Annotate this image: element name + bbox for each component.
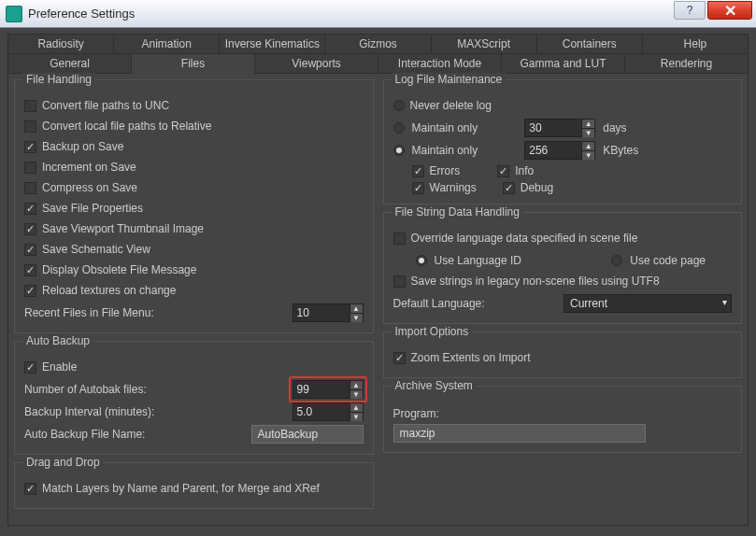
radio-never-delete[interactable] bbox=[393, 100, 405, 111]
tab-maxscript[interactable]: MAXScript bbox=[432, 34, 537, 54]
input-kb[interactable] bbox=[524, 141, 582, 160]
input-interval[interactable] bbox=[292, 402, 350, 421]
legend-log-maint: Log File Maintenance bbox=[392, 73, 506, 86]
lbl-save-utf8: Save strings in legacy non-scene files u… bbox=[411, 275, 660, 288]
lbl-debug: Debug bbox=[521, 181, 553, 194]
group-archive: Archive System Program: maxzip bbox=[383, 386, 743, 453]
tab-gamma-lut[interactable]: Gamma and LUT bbox=[502, 53, 625, 74]
group-file-handling: File Handling Convert file paths to UNC … bbox=[14, 79, 374, 333]
tab-general[interactable]: General bbox=[7, 53, 132, 74]
tab-gizmos[interactable]: Gizmos bbox=[325, 34, 431, 54]
chk-errors[interactable] bbox=[412, 165, 424, 177]
step-up-icon[interactable]: ▲ bbox=[350, 403, 363, 413]
spinner-interval[interactable]: ▲▼ bbox=[292, 402, 364, 421]
input-program[interactable]: maxzip bbox=[393, 424, 646, 443]
window-title: Preference Settings bbox=[28, 7, 135, 21]
spinner-kb[interactable]: ▲▼ bbox=[524, 141, 595, 160]
title-bar: Preference Settings ? ✕ bbox=[0, 0, 756, 28]
step-down-icon[interactable]: ▼ bbox=[350, 413, 363, 421]
chk-match-layers[interactable] bbox=[24, 483, 36, 495]
spinner-days[interactable]: ▲▼ bbox=[524, 119, 595, 137]
group-import-opts: Import Options Zoom Extents on Import bbox=[383, 331, 743, 378]
lbl-match-layers: Match Layers by Name and Parent, for Mer… bbox=[42, 482, 320, 495]
lbl-days-unit: days bbox=[603, 121, 626, 134]
tab-containers[interactable]: Containers bbox=[537, 34, 643, 54]
radio-code-page[interactable] bbox=[611, 255, 622, 266]
lbl-override-lang: Override language data specified in scen… bbox=[411, 232, 638, 245]
lbl-maintain-days: Maintain only bbox=[412, 121, 478, 134]
lbl-reload-textures: Reload textures on change bbox=[42, 284, 176, 297]
lbl-maintain-kb: Maintain only bbox=[412, 144, 478, 157]
chk-warnings[interactable] bbox=[412, 182, 424, 194]
tab-files[interactable]: Files bbox=[132, 53, 255, 74]
chk-display-obsolete[interactable] bbox=[24, 264, 36, 276]
input-days[interactable] bbox=[524, 119, 582, 137]
legend-drag-drop: Drag and Drop bbox=[22, 456, 104, 469]
group-drag-drop: Drag and Drop Match Layers by Name and P… bbox=[14, 462, 374, 509]
lbl-default-lang: Default Language: bbox=[393, 297, 485, 310]
lbl-autobak-count: Number of Autobak files: bbox=[24, 383, 147, 396]
lbl-increment-on-save: Increment on Save bbox=[42, 161, 136, 174]
step-up-icon[interactable]: ▲ bbox=[350, 304, 363, 314]
spinner-recent-files[interactable]: ▲▼ bbox=[292, 303, 364, 322]
spinner-autobak[interactable]: ▲▼ bbox=[292, 380, 364, 399]
select-default-lang[interactable]: Current bbox=[563, 294, 732, 313]
lbl-lang-id: Use Language ID bbox=[435, 254, 521, 267]
chk-convert-relative[interactable] bbox=[24, 120, 36, 133]
lbl-convert-relative: Convert local file paths to Relative bbox=[42, 120, 211, 133]
chk-compress-on-save[interactable] bbox=[24, 182, 36, 194]
lbl-save-schem: Save Schematic View bbox=[42, 243, 150, 256]
step-down-icon[interactable]: ▼ bbox=[350, 314, 363, 322]
lbl-program: Program: bbox=[393, 407, 439, 420]
step-down-icon[interactable]: ▼ bbox=[350, 390, 363, 399]
lbl-zoom-extents: Zoom Extents on Import bbox=[411, 351, 531, 364]
lbl-compress-on-save: Compress on Save bbox=[42, 181, 137, 194]
lbl-info: Info bbox=[515, 164, 534, 177]
close-button[interactable]: ✕ bbox=[707, 1, 752, 20]
tab-strip-row1: Radiosity Animation Inverse Kinematics G… bbox=[7, 34, 749, 54]
radio-maintain-kb[interactable] bbox=[393, 145, 405, 156]
help-button[interactable]: ? bbox=[674, 1, 706, 20]
lbl-code-page: Use code page bbox=[630, 254, 706, 267]
chk-backup-on-save[interactable] bbox=[24, 141, 36, 153]
chk-increment-on-save[interactable] bbox=[24, 162, 36, 174]
lbl-enable-autobackup: Enable bbox=[42, 360, 77, 374]
tab-help[interactable]: Help bbox=[643, 34, 749, 54]
step-up-icon[interactable]: ▲ bbox=[582, 142, 594, 151]
step-up-icon[interactable]: ▲ bbox=[582, 120, 594, 129]
step-down-icon[interactable]: ▼ bbox=[582, 129, 594, 137]
tab-inverse-kinematics[interactable]: Inverse Kinematics bbox=[220, 34, 325, 54]
chk-save-thumb[interactable] bbox=[24, 223, 36, 235]
chk-enable-autobackup[interactable] bbox=[24, 361, 36, 374]
lbl-backup-on-save: Backup on Save bbox=[42, 140, 123, 153]
lbl-never-delete: Never delete log bbox=[410, 99, 492, 112]
tab-strip-row2: General Files Viewports Interaction Mode… bbox=[7, 53, 749, 74]
group-log-maint: Log File Maintenance Never delete log Ma… bbox=[383, 79, 743, 205]
step-down-icon[interactable]: ▼ bbox=[582, 151, 594, 160]
app-icon bbox=[6, 6, 22, 22]
input-recent-files[interactable] bbox=[292, 303, 350, 322]
lbl-save-file-props: Save File Properties bbox=[42, 202, 143, 215]
tab-animation[interactable]: Animation bbox=[114, 34, 220, 54]
chk-save-file-props[interactable] bbox=[24, 203, 36, 215]
chk-zoom-extents[interactable] bbox=[393, 352, 406, 364]
tab-rendering[interactable]: Rendering bbox=[625, 53, 749, 74]
tab-interaction-mode[interactable]: Interaction Mode bbox=[378, 53, 502, 74]
step-up-icon[interactable]: ▲ bbox=[350, 381, 363, 390]
chk-convert-unc[interactable] bbox=[24, 100, 36, 112]
input-autobak-name[interactable]: AutoBackup bbox=[251, 425, 364, 444]
lbl-autobak-name: Auto Backup File Name: bbox=[24, 428, 145, 441]
chk-save-schem[interactable] bbox=[24, 244, 36, 256]
chk-save-utf8[interactable] bbox=[393, 275, 406, 288]
input-autobak[interactable] bbox=[292, 380, 350, 399]
legend-string-handling: File String Data Handling bbox=[392, 205, 523, 219]
chk-reload-textures[interactable] bbox=[24, 285, 36, 297]
chk-info[interactable] bbox=[497, 165, 509, 177]
chk-debug[interactable] bbox=[503, 182, 515, 194]
radio-lang-id[interactable] bbox=[416, 255, 427, 266]
lbl-save-thumb: Save Viewport Thumbnail Image bbox=[42, 222, 204, 235]
tab-viewports[interactable]: Viewports bbox=[255, 53, 378, 74]
radio-maintain-days[interactable] bbox=[393, 122, 405, 134]
chk-override-lang[interactable] bbox=[393, 233, 406, 245]
tab-radiosity[interactable]: Radiosity bbox=[7, 34, 114, 54]
